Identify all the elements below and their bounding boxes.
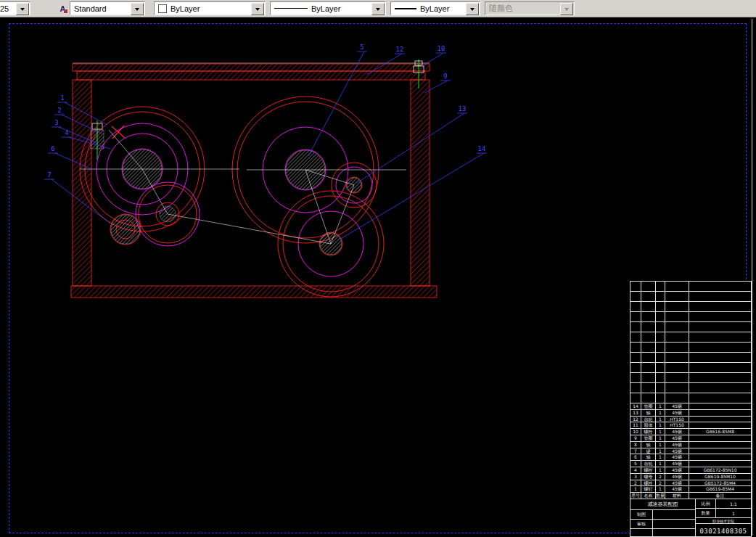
color-control-dropdown[interactable]: ByLayer	[154, 1, 266, 15]
parts-cell: 45钢	[665, 467, 689, 473]
chevron-down-icon[interactable]	[131, 3, 144, 15]
color-swatch-icon	[158, 4, 167, 13]
parts-cell: GB6172-85N10	[689, 467, 751, 473]
parts-cell: 6	[630, 454, 641, 460]
parts-row: 6轴145钢	[630, 454, 751, 461]
balloon-number: 9	[443, 73, 447, 80]
parts-cell	[641, 292, 655, 301]
parts-cell	[689, 312, 751, 321]
balloon-number: 3	[54, 119, 58, 126]
parts-cell: 45钢	[665, 448, 689, 454]
parts-cell: 45钢	[665, 410, 689, 416]
parts-cell	[689, 422, 751, 428]
parts-row: 14垫圈145钢	[630, 403, 751, 410]
parts-cell	[630, 383, 641, 393]
text-style-manager-icon[interactable]: A	[57, 2, 69, 15]
text-style-value: Standard	[74, 4, 107, 13]
parts-cell: 7	[630, 448, 641, 454]
parts-cell	[630, 373, 641, 382]
chevron-down-icon[interactable]	[466, 3, 479, 15]
parts-cell	[689, 393, 751, 403]
parts-cell	[665, 383, 689, 393]
properties-toolbar: 25 A Standard ByLayer ByLayer ByLayer 随颜…	[0, 0, 756, 17]
parts-cell: 8	[630, 442, 641, 448]
parts-cell: 5	[630, 461, 641, 467]
input-shaft-fitting	[91, 120, 125, 160]
parts-cell	[641, 393, 655, 403]
parts-cell: 1	[655, 442, 665, 448]
parts-cell: 轴	[641, 442, 655, 448]
parts-cell: 1	[655, 435, 665, 441]
parts-row-empty	[630, 332, 751, 343]
parts-cell: 2	[655, 480, 665, 486]
parts-cell: 1	[655, 486, 665, 492]
layer-control-dropdown[interactable]: 25	[0, 1, 30, 15]
parts-row: 5齿轮145钢	[630, 461, 751, 467]
parts-cell: 键	[641, 448, 655, 454]
parts-row-empty	[630, 363, 751, 373]
parts-cell: 1	[655, 403, 665, 409]
parts-cell: 螺栓	[641, 429, 655, 435]
parts-cell	[665, 363, 689, 372]
leader-line	[421, 53, 443, 67]
parts-cell: 45钢	[665, 461, 689, 467]
scale-label: 比例	[696, 499, 716, 508]
parts-cell: 序号	[630, 493, 641, 499]
parts-row-empty	[630, 393, 751, 403]
qty-value: 1	[716, 509, 751, 517]
parts-cell: 1	[655, 461, 665, 467]
parts-cell: 齿轮	[641, 461, 655, 467]
parts-cell: 箱体	[641, 422, 655, 428]
linetype-value: ByLayer	[311, 4, 340, 13]
parts-cell	[689, 322, 751, 332]
parts-cell	[630, 292, 641, 301]
parts-cell	[655, 282, 665, 291]
lineweight-sample-icon	[395, 8, 416, 9]
drawing-title: 减速器装配图	[630, 499, 695, 509]
linetype-sample-icon	[274, 8, 308, 9]
parts-cell	[689, 461, 751, 467]
parts-cell	[655, 312, 665, 321]
parts-row: 11箱体1HT150	[630, 422, 751, 429]
parts-cell: 4	[630, 467, 641, 473]
chevron-down-icon[interactable]	[251, 3, 264, 15]
parts-cell	[655, 363, 665, 372]
parts-cell: 12	[630, 417, 641, 422]
parts-cell	[665, 302, 689, 311]
parts-cell	[689, 383, 751, 393]
maker-value	[652, 510, 695, 519]
drawing-canvas[interactable]: 1234675121091314 14垫圈145钢13轴145钢12齿轮1HT1…	[0, 17, 756, 537]
parts-cell: 13	[630, 410, 641, 416]
parts-cell	[641, 282, 655, 291]
parts-row: 10螺栓145钢GB616-85M8	[630, 429, 751, 435]
parts-cell	[689, 442, 751, 448]
balloon-number: 10	[437, 45, 445, 52]
parts-cell: 垫圈	[641, 435, 655, 441]
parts-cell: 螺栓	[641, 480, 655, 486]
parts-cell	[655, 393, 665, 403]
chevron-down-icon[interactable]	[371, 3, 385, 15]
parts-cell: 1	[630, 486, 641, 492]
linetype-dropdown[interactable]: ByLayer	[270, 1, 386, 15]
chevron-down-icon[interactable]	[16, 3, 29, 15]
parts-cell	[689, 454, 751, 460]
parts-cell	[641, 373, 655, 382]
parts-cell: 齿轮	[641, 417, 655, 422]
parts-cell	[655, 322, 665, 332]
parts-cell	[641, 312, 655, 321]
parts-cell: 材料	[665, 493, 689, 499]
chevron-down-icon	[560, 3, 573, 15]
parts-cell: 45钢	[665, 480, 689, 486]
parts-row-empty	[630, 353, 751, 363]
parts-cell	[689, 448, 751, 454]
parts-cell	[655, 343, 665, 352]
parts-cell: 45钢	[665, 442, 689, 448]
parts-row-empty	[630, 292, 751, 302]
parts-row-empty	[630, 383, 751, 393]
parts-cell	[665, 312, 689, 321]
text-style-dropdown[interactable]: Standard	[70, 1, 145, 15]
parts-row-empty	[630, 302, 751, 312]
balloon-number: 5	[360, 44, 363, 51]
lineweight-dropdown[interactable]: ByLayer	[390, 1, 480, 15]
parts-cell	[641, 363, 655, 372]
